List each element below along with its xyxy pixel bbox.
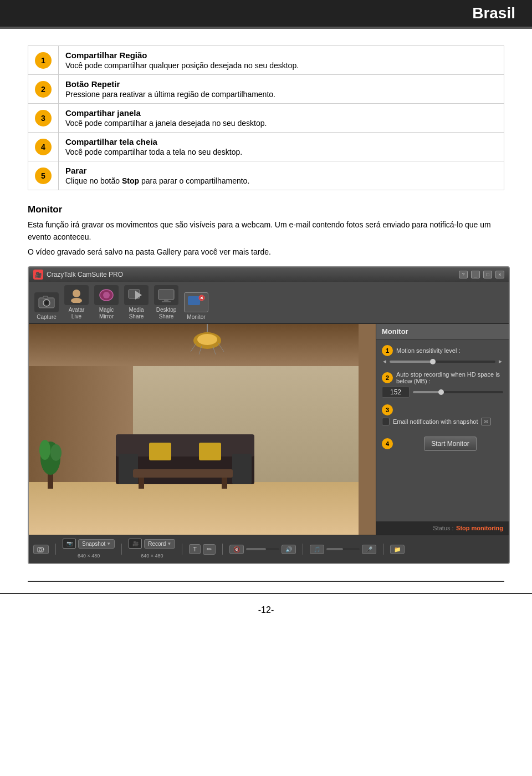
svg-rect-29 <box>199 443 221 460</box>
monitor-desc2: O vídeo gravado será salvo na pasta Gall… <box>28 246 504 258</box>
email-icon: ✉ <box>481 418 491 425</box>
app-titlebar-right: ? _ □ × <box>459 271 504 278</box>
hd-slider-track[interactable] <box>413 391 503 393</box>
snapshot-group: 📷 Snapshot ▼ 640 × 480 <box>63 539 115 560</box>
circle-2: 2 <box>35 81 52 98</box>
page-number: -12- <box>258 605 274 615</box>
svg-rect-27 <box>232 454 252 484</box>
bottom-sep-5 <box>303 544 303 555</box>
mic-up-btn[interactable]: 🎤 <box>362 545 376 554</box>
monitor-title: Monitor <box>28 204 504 215</box>
hd-slider-thumb <box>438 389 444 395</box>
start-monitor-button[interactable]: Start Monitor <box>424 437 477 451</box>
record-button[interactable]: Record ▼ <box>144 539 175 549</box>
svg-marker-39 <box>43 548 44 550</box>
panel-row-3-label: 3 <box>382 404 503 415</box>
camera-toggle-btn[interactable] <box>33 545 49 554</box>
hd-slider-fill <box>413 391 440 393</box>
toolbar-capture[interactable]: Capture <box>34 292 59 320</box>
status-label: Status : <box>433 525 453 531</box>
page-title: Brasil <box>472 4 515 22</box>
panel-row-3: 3 Email notification with snapshot ✉ <box>382 404 503 425</box>
volume-slider[interactable] <box>246 548 279 550</box>
circle-4: 4 <box>35 139 52 155</box>
panel-title: Monitor <box>376 324 509 339</box>
help-button[interactable]: ? <box>459 271 468 278</box>
audio-slider[interactable] <box>326 548 360 550</box>
item-cell-4: Compartilhar tela cheia Você pode compar… <box>59 133 504 161</box>
toolbar-desktop-share[interactable]: DesktopShare <box>154 285 178 320</box>
panel-content: 1 Motion sensitivity level : ◄ ► <box>376 339 509 521</box>
panel-circle-2: 2 <box>382 372 393 383</box>
item-desc-2: Pressione para reativar a última região … <box>65 90 497 99</box>
snapshot-row: 📷 Snapshot ▼ <box>63 539 115 549</box>
text-tool-group: T ✏ <box>189 544 216 555</box>
panel-circle-4: 4 <box>382 438 393 449</box>
item-cell-1: Compartilhar Região Você pode compartilh… <box>59 46 504 75</box>
app-titlebar: 🎥 CrazyTalk CamSuite PRO ? _ □ × <box>29 267 509 282</box>
main-content: 1 Compartilhar Região Você pode comparti… <box>0 29 532 581</box>
bottom-sep-6 <box>383 544 383 555</box>
item-title-2: Botão Repetir <box>65 79 497 89</box>
svg-line-23 <box>218 343 224 352</box>
toolbar-monitor[interactable]: Monitor <box>184 292 208 320</box>
svg-rect-32 <box>222 478 227 489</box>
item-cell-3: Compartihar janela Você pode compartilha… <box>59 104 504 133</box>
bottom-sep-4 <box>222 544 223 555</box>
record-dropdown-arrow: ▼ <box>167 541 171 546</box>
panel-circle-3: 3 <box>382 404 393 415</box>
snapshot-resolution: 640 × 480 <box>63 550 115 560</box>
room-scene <box>29 324 376 535</box>
text-tool-btn[interactable]: T <box>189 544 201 554</box>
app-bottom: 📷 Snapshot ▼ 640 × 480 🎥 Record <box>29 535 509 563</box>
svg-point-19 <box>197 334 217 345</box>
maximize-button[interactable]: □ <box>483 271 492 278</box>
svg-point-35 <box>39 440 50 460</box>
table-row: 4 Compartilhar tela cheia Você pode comp… <box>28 133 504 161</box>
panel-row-2-text: Auto stop recording when HD space is bel… <box>396 371 503 384</box>
snapshot-cam-icon: 📷 <box>63 539 76 549</box>
toolbar-avatar-live[interactable]: AvatarLive <box>64 285 89 320</box>
panel-circle-1: 1 <box>382 345 393 356</box>
gallery-btn[interactable]: 📁 <box>390 545 405 554</box>
mute-btn[interactable]: 🔇 <box>229 545 244 554</box>
slider-right-arrow: ► <box>498 358 503 364</box>
table-row: 2 Botão Repetir Pressione para reativar … <box>28 75 504 104</box>
item-desc-5-bold: Stop <box>122 176 139 185</box>
floor <box>29 482 376 535</box>
email-checkbox[interactable] <box>382 418 390 425</box>
svg-rect-11 <box>164 300 168 301</box>
toolbar-media-share[interactable]: MediaShare <box>124 285 149 320</box>
hd-space-input[interactable] <box>382 387 410 398</box>
hd-slider-container <box>413 391 503 393</box>
motion-slider-container: ◄ ► <box>382 358 503 364</box>
num-cell-2: 2 <box>28 75 59 104</box>
toolbar-avatar-label: AvatarLive <box>69 307 85 320</box>
bottom-line <box>28 581 504 582</box>
svg-point-38 <box>39 548 42 551</box>
svg-point-36 <box>50 444 62 461</box>
annotation-btn[interactable]: ✏ <box>203 544 216 555</box>
svg-rect-31 <box>139 478 144 489</box>
item-title-4: Compartilhar tela cheia <box>65 137 497 146</box>
svg-point-4 <box>73 290 80 297</box>
bottom-sep-1 <box>55 544 56 555</box>
svg-rect-10 <box>158 290 174 300</box>
close-button[interactable]: × <box>495 271 504 278</box>
motion-slider-track[interactable] <box>390 361 495 363</box>
volume-up-btn[interactable]: 🔊 <box>282 545 296 554</box>
app-right-panel: Monitor 1 Motion sensitivity level : ◄ <box>376 324 509 535</box>
circle-1: 1 <box>35 52 52 69</box>
item-desc-5-end: para parar o compartilhamento. <box>139 176 249 185</box>
monitor-icon <box>184 292 208 312</box>
snapshot-button[interactable]: Snapshot ▼ <box>78 539 115 549</box>
item-desc-1: Você pode compartilhar qualquer posição … <box>65 61 497 70</box>
bottom-sep-3 <box>182 544 182 555</box>
minimize-button[interactable]: _ <box>471 271 480 278</box>
wall-right <box>359 324 376 535</box>
mic-btn[interactable]: 🎵 <box>310 545 324 554</box>
toolbar-magic-mirror[interactable]: MagicMirror <box>94 285 119 320</box>
toolbar-capture-label: Capture <box>37 314 57 320</box>
plant <box>39 433 62 489</box>
record-resolution: 640 × 480 <box>129 550 175 560</box>
